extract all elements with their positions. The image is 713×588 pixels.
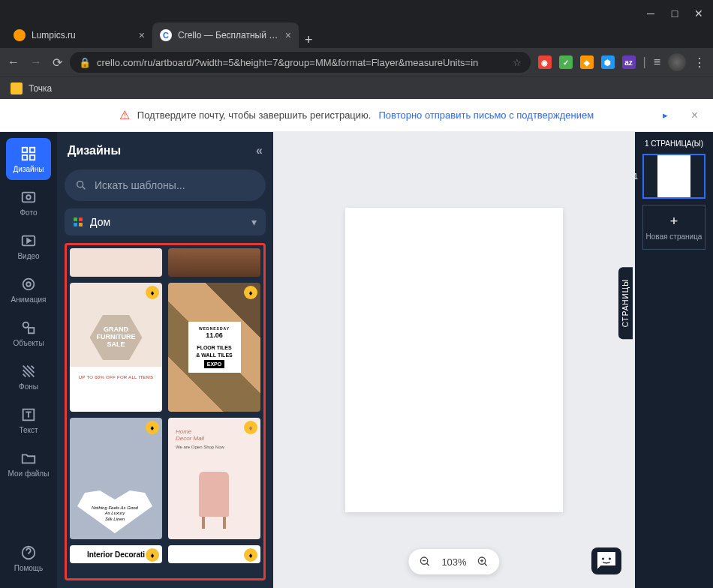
collapse-panel-button[interactable]: « [256,144,263,158]
extension-icon[interactable]: az [622,56,636,69]
zoom-in-button[interactable] [477,556,489,568]
close-tab-icon[interactable]: × [285,29,291,41]
category-grid-icon [74,218,83,226]
url-text: crello.com/ru/artboard/?width=5&height=7… [97,57,507,68]
objects-icon [20,320,37,336]
template-item[interactable] [168,248,260,277]
warning-icon: ⚠ [119,108,130,122]
reading-list-icon[interactable]: ≡ [654,56,660,69]
arrow-right-icon[interactable]: ▸ [663,110,668,121]
chat-button[interactable] [591,548,621,574]
zoom-level: 103% [441,556,466,568]
template-item[interactable]: ♦ Nothing Feels As Good As Luxury Silk L… [70,418,162,539]
add-page-button[interactable]: + Новая страница [642,205,705,250]
category-label: Дом [90,216,244,228]
search-placeholder: Искать шаблоны... [95,179,185,191]
address-bar[interactable]: 🔒 crello.com/ru/artboard/?width=5&height… [70,52,531,73]
svg-rect-2 [23,154,27,159]
svg-rect-4 [23,192,35,202]
favicon-lumpics [14,29,26,41]
pages-panel: СТРАНИЦЫ 1 СТРАНИЦА(Ы) 1 + Новая страниц… [635,132,713,588]
canvas-area[interactable]: 103% [273,132,635,588]
maximize-button[interactable]: □ [669,8,680,20]
reload-button[interactable]: ⟳ [53,56,62,70]
folder-icon [20,450,37,466]
sidebar-label: Видео [17,252,39,260]
svg-point-9 [23,322,29,327]
template-item[interactable]: Interior Decorati ♦ [70,545,162,563]
tab-title: Crello — Бесплатный инструмен [178,30,279,40]
premium-badge-icon: ♦ [244,548,257,562]
sidebar-label: Помощь [14,564,44,572]
pages-count-label: 1 СТРАНИЦА(Ы) [645,140,703,148]
text-icon [20,406,37,423]
zoom-controls: 103% [408,549,499,574]
extension-icon[interactable]: ◆ [580,56,594,69]
svg-point-5 [26,195,31,200]
category-selector[interactable]: Дом ▾ [65,208,266,236]
search-icon [75,179,87,191]
template-item[interactable]: ♦ Home Decor Mall We are Open Shop Now [168,418,260,539]
bookmark-item[interactable]: Точка [29,83,52,94]
sidebar-item-photo[interactable]: Фото [6,182,51,224]
premium-badge-icon: ♦ [244,286,257,299]
svg-rect-10 [29,328,34,333]
extension-icon[interactable]: ✓ [559,56,573,69]
left-sidebar: Дизайны Фото Видео Анимация Объекты Фоны [0,132,57,588]
resend-link[interactable]: Повторно отправить письмо с подтверждени… [378,110,594,121]
sidebar-item-video[interactable]: Видео [6,225,51,267]
new-tab-button[interactable]: + [299,32,319,48]
extension-icon[interactable]: ⬢ [601,56,615,69]
designs-panel: Дизайны « Искать шаблоны... Дом ▾ [57,132,273,588]
sidebar-label: Текст [19,426,38,434]
browser-menu-button[interactable]: ⋮ [693,56,705,70]
svg-rect-3 [30,154,35,159]
template-item[interactable] [70,248,162,277]
sidebar-label: Фото [20,208,38,217]
sidebar-label: Дизайны [14,165,44,173]
svg-point-13 [77,182,83,188]
svg-point-17 [609,558,611,560]
sidebar-label: Объекты [13,339,44,347]
sidebar-label: Мои файлы [8,470,50,478]
add-page-label: Новая страница [646,232,702,241]
browser-tab-lumpics[interactable]: Lumpics.ru × [6,22,152,48]
premium-badge-icon: ♦ [146,286,159,299]
back-button[interactable]: ← [8,56,20,70]
close-window-button[interactable]: ✕ [693,8,704,20]
photo-icon [20,189,37,206]
sidebar-item-animation[interactable]: Анимация [6,268,51,310]
close-notice-button[interactable]: × [691,109,698,122]
sidebar-item-backgrounds[interactable]: Фоны [6,356,51,398]
canvas-page[interactable] [345,208,563,512]
svg-point-7 [23,278,35,290]
close-tab-icon[interactable]: × [139,29,145,41]
extension-icon[interactable]: ◉ [538,56,552,69]
tab-title: Lumpics.ru [32,30,133,40]
help-icon [20,544,37,561]
template-item[interactable]: ♦ WEDNESDAY 11.06 FLOOR TILES & WALL TIL… [168,283,260,412]
page-thumbnail[interactable]: 1 [642,154,705,199]
browser-tab-crello[interactable]: C Crello — Бесплатный инструмен × [152,22,299,48]
profile-avatar[interactable] [668,53,686,71]
search-input[interactable]: Искать шаблоны... [65,170,266,201]
sidebar-item-objects[interactable]: Объекты [6,312,51,354]
notice-text: Подтвердите почту, чтобы завершить регис… [137,110,372,121]
template-item[interactable]: ♦ [168,545,260,563]
pages-tab[interactable]: СТРАНИЦЫ [618,267,633,339]
sidebar-item-help[interactable]: Помощь [6,537,51,579]
sidebar-label: Фоны [19,382,38,391]
sidebar-label: Анимация [11,296,47,304]
minimize-button[interactable]: ─ [645,8,656,20]
zoom-out-button[interactable] [419,556,431,568]
video-icon [20,232,37,249]
background-icon [20,363,37,380]
page-number: 1 [633,172,638,181]
plus-icon: + [670,214,678,230]
sidebar-item-designs[interactable]: Дизайны [6,138,51,180]
forward-button[interactable]: → [30,56,42,70]
sidebar-item-files[interactable]: Мои файлы [6,442,51,484]
sidebar-item-text[interactable]: Текст [6,399,51,441]
template-item[interactable]: ♦ GRAND FURNITURE SALE UP TO 60% OFF FOR… [70,283,162,412]
star-icon[interactable]: ☆ [513,57,522,68]
